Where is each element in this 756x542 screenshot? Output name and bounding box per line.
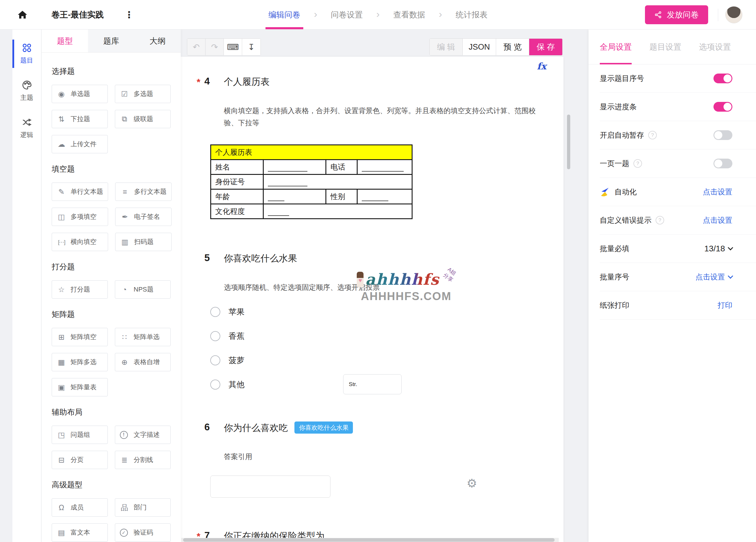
question-4[interactable]: * 4 个人履历表 横向填空题，支持插入表格，合并列、设置背景色、列宽等。并且表… (181, 76, 563, 219)
shortcut-keyboard-button[interactable]: ⌨ (224, 39, 242, 55)
radio-icon[interactable] (210, 307, 220, 317)
type-button-member[interactable]: Ω成员 (52, 498, 108, 517)
type-button-horizontal-blank[interactable]: [⋯]横向填空 (52, 233, 108, 251)
rail-item-logic[interactable]: 逻辑 (12, 115, 41, 141)
type-button-auto-grow-table[interactable]: ⊕表格自增 (115, 353, 171, 371)
resume-table[interactable]: 个人履历表 姓名 电话 身份证号 年龄 性别 (210, 144, 413, 219)
tab-statistics-report[interactable]: 统计报表 (454, 0, 489, 29)
type-button-matrix-radio[interactable]: ∷矩阵单选 (115, 328, 171, 346)
rail-item-questions[interactable]: 题目 (12, 41, 41, 67)
tab-question-types[interactable]: 题型 (42, 30, 88, 52)
tab-option-settings[interactable]: 选项设置 (699, 30, 731, 64)
custom-error-setup-link[interactable]: 点击设置 (703, 215, 732, 225)
batch-numbering-setup-link[interactable]: 点击设置 (695, 272, 732, 282)
option-row[interactable]: 苹果 (210, 306, 563, 318)
print-link[interactable]: 打印 (718, 300, 732, 310)
type-button-matrix-checkbox[interactable]: ▦矩阵多选 (52, 353, 108, 371)
tab-edit-survey[interactable]: 编辑问卷 (267, 0, 302, 29)
redo-button[interactable]: ↷ (206, 39, 224, 55)
type-button-scan-code[interactable]: ▥扫码题 (115, 233, 172, 251)
question-title[interactable]: 个人履历表 (224, 77, 270, 87)
table-blank-cell[interactable] (263, 174, 412, 189)
type-button-department[interactable]: 品部门 (115, 498, 171, 517)
help-icon[interactable]: ? (633, 159, 642, 168)
option-row-other[interactable]: 其他 Str. (210, 379, 563, 390)
tab-survey-settings[interactable]: 问卷设置 (329, 0, 364, 29)
radio-icon[interactable] (210, 355, 220, 365)
question-6[interactable]: 6 你为什么喜欢吃 你喜欢吃什么水果 答案引用 ⚙ (181, 421, 563, 498)
up-down-arrows-icon: ⇅ (57, 115, 66, 123)
shuffle-icon (22, 117, 32, 128)
type-button-single-choice[interactable]: ◉单选题 (52, 85, 108, 103)
toggle-one-question-per-page[interactable] (713, 159, 732, 168)
question-description: 横向填空题，支持插入表格，合并列、设置背景色、列宽等。并且表格的填空支持公式计算… (224, 105, 549, 129)
save-button[interactable]: 保 存 (529, 39, 562, 55)
question-title[interactable]: 你喜欢吃什么水果 (224, 253, 297, 263)
table-blank-cell[interactable] (263, 189, 326, 204)
avatar[interactable] (725, 6, 742, 23)
setting-row-automation: 自动化 点击设置 (600, 178, 756, 206)
other-option-input[interactable]: Str. (343, 374, 402, 394)
type-button-multi-blank[interactable]: ◫多项填空 (52, 208, 108, 226)
type-button-captcha[interactable]: ✓验证码 (115, 523, 171, 542)
type-button-text-description[interactable]: !文字描述 (115, 426, 171, 444)
vertical-scrollbar[interactable] (567, 115, 570, 169)
horizontal-scrollbar-track (181, 538, 559, 542)
tab-view-data[interactable]: 查看数据 (392, 0, 427, 29)
type-button-signature[interactable]: ✒电子签名 (115, 208, 172, 226)
import-button[interactable]: ↧ (242, 39, 260, 55)
undo-button[interactable]: ↶ (187, 39, 206, 55)
type-button-rich-text[interactable]: ▤富文本 (52, 523, 108, 542)
horizontal-scrollbar[interactable] (183, 538, 555, 542)
type-button-matrix-blank[interactable]: ⊞矩阵填空 (52, 328, 108, 346)
tab-global-settings[interactable]: 全局设置 (600, 30, 632, 64)
question-title[interactable]: 你为什么喜欢吃 (224, 423, 288, 433)
gear-icon[interactable]: ⚙ (467, 477, 477, 489)
question-5[interactable]: 5 你喜欢吃什么水果 选项顺序随机、特定选项固定顺序、选项开启投票 苹果 香蕉 … (181, 252, 563, 390)
toggle-auto-save[interactable] (713, 130, 732, 140)
home-button[interactable] (17, 9, 28, 21)
help-icon[interactable]: ? (648, 131, 657, 139)
keyboard-icon: ⌨ (227, 42, 239, 52)
settings-tabs: 全局设置 题目设置 选项设置 (589, 30, 756, 64)
type-button-cascade[interactable]: ⧉级联题 (115, 110, 171, 128)
formula-fx-icon[interactable]: fx (537, 61, 546, 71)
more-menu-button[interactable]: ⋮ (124, 10, 134, 19)
tab-question-bank[interactable]: 题库 (88, 30, 134, 52)
publish-survey-button[interactable]: 发放问卷 (645, 5, 708, 24)
type-button-file-upload[interactable]: ☁上传文件 (52, 135, 108, 153)
type-button-matrix-scale[interactable]: ▣矩阵量表 (52, 378, 108, 396)
answer-reference-tag[interactable]: 你喜欢吃什么水果 (294, 421, 353, 434)
type-button-page-break[interactable]: ⊟分页 (52, 451, 108, 469)
type-button-divider-line[interactable]: ≣分割线 (115, 451, 171, 469)
toggle-show-question-number[interactable] (713, 74, 732, 83)
tab-question-settings[interactable]: 题目设置 (649, 30, 681, 64)
type-button-dropdown[interactable]: ⇅下拉题 (52, 110, 108, 128)
answer-input[interactable] (210, 476, 330, 498)
automation-setup-link[interactable]: 点击设置 (703, 187, 732, 197)
type-button-multi-choice[interactable]: ☑多选题 (115, 85, 171, 103)
radio-icon[interactable] (210, 331, 220, 341)
mode-preview-button[interactable]: 预 览 (496, 39, 529, 55)
option-row[interactable]: 菠萝 (210, 355, 563, 366)
option-row[interactable]: 香蕉 (210, 331, 563, 342)
table-blank-cell[interactable] (357, 159, 412, 174)
type-button-rating[interactable]: ☆打分题 (52, 280, 108, 299)
table-blank-cell[interactable] (357, 189, 412, 204)
tab-outline[interactable]: 大纲 (134, 30, 181, 52)
table-blank-cell[interactable] (263, 159, 326, 174)
type-button-multi-line-text[interactable]: ≡多行文本题 (115, 183, 172, 201)
mode-edit-button[interactable]: 编 辑 (430, 39, 463, 55)
type-button-nps[interactable]: ◔NPS题 (115, 280, 171, 299)
mode-json-button[interactable]: JSON (463, 39, 496, 55)
batch-required-dropdown[interactable]: 13/18 (704, 244, 732, 253)
type-button-question-group[interactable]: ◳问题组 (52, 426, 108, 444)
toggle-show-progress-bar[interactable] (713, 102, 732, 112)
required-asterisk: * (197, 77, 200, 88)
rail-item-theme[interactable]: 主题 (12, 78, 41, 104)
radio-icon[interactable] (210, 380, 220, 390)
help-icon[interactable]: ? (656, 216, 664, 224)
setting-row-batch-required: 批量必填 13/18 (600, 235, 756, 263)
table-blank-cell[interactable] (263, 204, 412, 219)
type-button-single-line-text[interactable]: ✎单行文本题 (52, 183, 108, 201)
